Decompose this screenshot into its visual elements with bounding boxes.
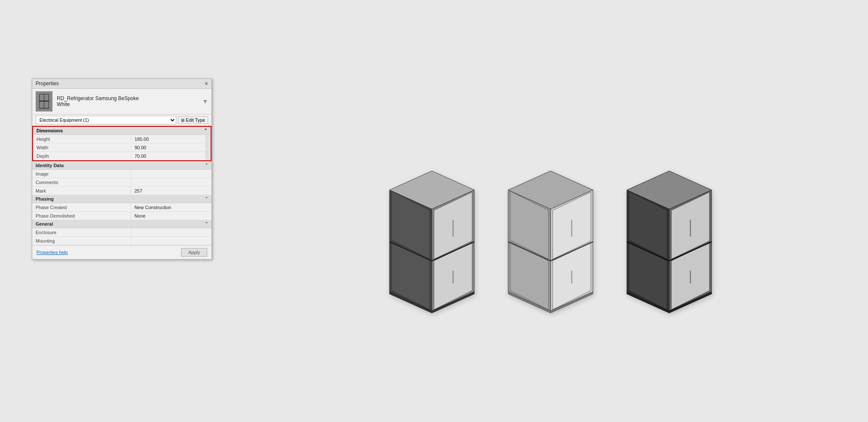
fridge-1-svg (385, 167, 479, 319)
close-button[interactable]: × (205, 81, 208, 87)
scroll-area (206, 143, 211, 151)
properties-panel: Properties × RD_Refrigerator Samsung BeS… (32, 78, 212, 260)
collapse-icon: ⌃ (204, 128, 207, 133)
fridge-3 (623, 167, 716, 319)
fridge-1 (385, 167, 479, 319)
mounting-row: Mounting (32, 237, 211, 245)
general-header: General ⌃ (32, 220, 211, 228)
properties-help-link[interactable]: Properties help (36, 250, 68, 255)
svg-rect-3 (40, 102, 44, 108)
scroll-thumb (206, 135, 211, 143)
fridges-area (233, 64, 868, 422)
item-name-line1: RD_Refrigerator Samsung BeSpoke (57, 95, 198, 101)
width-row: Width 90.00 (33, 143, 211, 152)
depth-row: Depth 70.00 (33, 152, 211, 160)
panel-titlebar: Properties × (32, 79, 211, 89)
dimensions-header: Dimensions ⌃ (33, 127, 211, 135)
edit-type-icon: ⊞ (181, 118, 184, 123)
category-row: Electrical Equipment (1) ⊞ Edit Type (32, 115, 211, 126)
panel-title: Properties (36, 81, 59, 87)
item-name-line2: White (57, 101, 198, 107)
svg-rect-2 (45, 95, 48, 101)
item-name: RD_Refrigerator Samsung BeSpoke White (57, 95, 198, 107)
fridge-2 (504, 167, 597, 319)
fridge-3-svg (623, 167, 716, 319)
image-row: Image (32, 170, 211, 178)
collapse-icon-4: ⌃ (205, 221, 208, 226)
category-dropdown[interactable]: Electrical Equipment (1) (36, 116, 176, 124)
apply-button[interactable]: Apply (181, 248, 207, 257)
collapse-icon-2: ⌃ (205, 163, 208, 168)
panel-footer: Properties help Apply (32, 245, 211, 259)
panel-content: Dimensions ⌃ Height 185.00 Width 90.00 D… (32, 126, 211, 245)
item-icon (36, 91, 53, 112)
dimensions-section: Dimensions ⌃ Height 185.00 Width 90.00 D… (32, 126, 211, 161)
svg-rect-4 (45, 102, 48, 108)
dropdown-arrow-icon: ▼ (202, 98, 208, 105)
height-row: Height 185.00 (33, 135, 211, 143)
scroll-area2 (206, 152, 211, 160)
mark-row: Mark 257 (32, 187, 211, 195)
enclosure-row: Enclosure (32, 228, 211, 237)
refrigerator-icon (38, 93, 50, 109)
phase-created-row: Phase Created New Construction (32, 203, 211, 212)
phasing-header: Phasing ⌃ (32, 195, 211, 203)
identity-data-header: Identity Data ⌃ (32, 162, 211, 170)
properties-table-2: Identity Data ⌃ Image Comments Mark 257 … (32, 161, 211, 245)
edit-type-button[interactable]: ⊞ Edit Type (178, 116, 208, 124)
comments-row: Comments (32, 178, 211, 187)
svg-rect-5 (39, 101, 49, 101)
collapse-icon-3: ⌃ (205, 196, 208, 201)
svg-rect-1 (40, 95, 44, 101)
fridge-2-svg (504, 167, 597, 319)
phase-demolished-row: Phase Demolished None (32, 212, 211, 220)
panel-header: RD_Refrigerator Samsung BeSpoke White ▼ (32, 89, 211, 115)
